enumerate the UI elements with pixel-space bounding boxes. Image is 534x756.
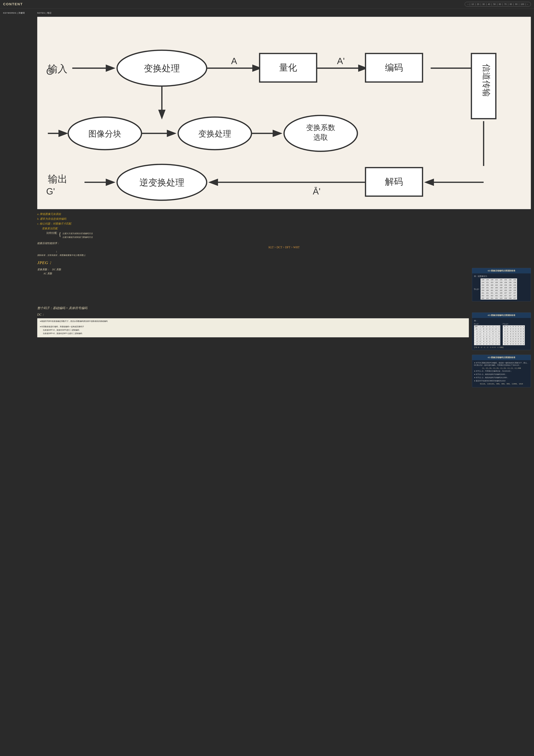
matrix-right: 790-190000 00000000 -20000000 -10000000 … bbox=[503, 325, 525, 345]
matrix-right-group: F'(x,y)= 790-190000 00000000 -20000000 -… bbox=[503, 323, 525, 345]
sidebar: KEYWORDS | 关键词 bbox=[3, 12, 34, 390]
page-100[interactable]: 100 bbox=[521, 3, 524, 5]
table3-line5: ➤ 对于(2,-1)，相应的该码子的编码为11000； bbox=[474, 376, 529, 379]
ranking-title: 能量压缩性能排序： bbox=[37, 242, 531, 245]
desc-bullet1: ➤根据符号B中的差值确定系数尺寸，然后从系数编码类别表中选取相应的基础编码 bbox=[40, 320, 467, 323]
table1: 4.5 图像压缩编码主要国际标准 例：设图像块为 f(x,y)= 1391441… bbox=[472, 268, 531, 301]
desc-cond1: 当差值DIFF>0，直接对DIFF进行二进制编码 bbox=[43, 329, 467, 332]
transform-left: 变换系数： DC 系数 AC 系数 bbox=[37, 268, 469, 304]
total-codeword: 整个码子：基础编码 + 具体符号编码 bbox=[37, 306, 531, 310]
page-10[interactable]: 10 bbox=[471, 3, 474, 5]
desc-box: ➤根据符号B中的差值确定系数尺寸，然后从系数编码类别表中选取相应的基础编码 ➤对… bbox=[37, 318, 469, 338]
page-80[interactable]: 80 bbox=[510, 3, 512, 5]
fxy-label-2: f(x,y)= bbox=[474, 323, 500, 325]
table3-header: 4.5 图像压缩编码主要国际标准 bbox=[472, 355, 531, 360]
ranking-section: 能量压缩性能排序： KLT > DCT > DFT > WHT ↓ 国际标准，没… bbox=[37, 242, 531, 256]
matrix-table-1: 139144149153155155155155 144151153156159… bbox=[480, 278, 517, 300]
notes-label: NOTES | 笔记 bbox=[37, 12, 531, 14]
table1-header: 4.5 图像压缩编码主要国际标准 bbox=[472, 268, 531, 273]
svg-text:变换系数: 变换系数 bbox=[306, 123, 335, 132]
table1-container: 4.5 图像压缩编码主要国际标准 例：设图像块为 f(x,y)= 1391441… bbox=[472, 268, 531, 304]
page-60[interactable]: 60 bbox=[499, 3, 501, 5]
svg-text:G: G bbox=[46, 67, 53, 76]
keywords-label: KEYWORDS | 关键词 bbox=[3, 12, 34, 14]
page-90[interactable]: 90 bbox=[515, 3, 518, 5]
table2-example: 例： bbox=[474, 319, 529, 322]
desc-bullet2: ➤对系数差值进行编码，和基础编码一起构成完整码子 bbox=[40, 325, 467, 328]
table1-example: 例：设图像块为 bbox=[474, 275, 529, 278]
table3-content: ➤ 对于DC系数采用DPCM编码，假设前一编码块的DC系数为77，那么，DC系分… bbox=[472, 360, 531, 387]
page-70[interactable]: 70 bbox=[504, 3, 507, 5]
note-a: a. 降低图像冗余原始 bbox=[37, 212, 531, 216]
transform-section: 变换系数： DC 系数 AC 系数 4.5 图像压缩编码主要国际标准 例：设图像… bbox=[37, 268, 531, 304]
down-arrow: ↓ bbox=[56, 250, 531, 253]
svg-text:编码: 编码 bbox=[385, 63, 403, 72]
notes-area: NOTES | 笔记 输入 G 变换处理 A 量化 bbox=[37, 12, 531, 390]
dc-left: DC： ➤根据符号B中的差值确定系数尺寸，然后从系数编码类别表中选取相应的基础编… bbox=[37, 312, 469, 352]
ranking-note: 国际标准，没有块效应，将图像能量集中在少数系数上 bbox=[37, 254, 531, 256]
table2: 4.5 图像压缩编码主要国际标准 例： f(x,y)= 26011552211 … bbox=[472, 312, 531, 350]
main-layout: KEYWORDS | 关键词 NOTES | 笔记 输入 G 变换处理 A bbox=[0, 9, 534, 393]
header: CONTENT ‹ | 10 | 20 | 30 | 40 | 50 | 60 … bbox=[0, 0, 534, 9]
svg-text:G': G' bbox=[46, 186, 55, 196]
svg-text:输出: 输出 bbox=[48, 174, 67, 184]
brace-item-2: 以最大幅值为准则设门限编码方法 bbox=[63, 236, 93, 239]
table3-line6: ➤ 最后对于结束符EOB码字的编码为1010 bbox=[474, 380, 529, 382]
handwritten-notes: a. 降低图像冗余原始 b. 通常为非信息保持编码 c. 核心问题：对图像尺寸匹… bbox=[37, 212, 531, 239]
svg-text:选取: 选取 bbox=[313, 133, 328, 141]
page-20[interactable]: 20 bbox=[477, 3, 479, 5]
next-page-button[interactable]: › bbox=[527, 3, 528, 5]
ac-label: AC 系数 bbox=[43, 272, 469, 275]
dc-section-row: DC： ➤根据符号B中的差值确定系数尺寸，然后从系数编码类别表中选取相应的基础编… bbox=[37, 312, 531, 352]
jpeg-title: JPEG： bbox=[37, 260, 531, 266]
table3-line4: ➤ 对于(0,-1)，相应的该码子的编码为000； bbox=[474, 373, 529, 375]
table2-content: 例： f(x,y)= 26011552211 -21-1-5-3-3-1-41 … bbox=[472, 318, 531, 350]
table1-content: 例：设图像块为 f(x,y)= 139144149153155155155155… bbox=[472, 273, 531, 301]
table2-matrices: f(x,y)= 26011552211 -21-1-5-3-3-1-41 -1-… bbox=[474, 323, 529, 345]
matrix-left-group: f(x,y)= 26011552211 -21-1-5-3-3-1-41 -1-… bbox=[474, 323, 500, 345]
svg-text:解码: 解码 bbox=[385, 176, 403, 186]
page-30[interactable]: 30 bbox=[482, 3, 485, 5]
svg-text:变换处理: 变换处理 bbox=[144, 63, 180, 73]
table3-wrapper: 4.5 图像压缩编码主要国际标准 ➤ 对于DC系数采用DPCM编码，假设前一编码… bbox=[37, 355, 531, 390]
note-c2: 变换算法匹配 bbox=[42, 227, 531, 230]
brace-group: 比特分配 { 以最大方差为准则分区域编码方法 以最大幅值为准则设门限编码方法 bbox=[46, 231, 531, 239]
svg-text:A': A' bbox=[337, 56, 345, 66]
seq-label: [79 0 -2 -1 -1 -1 0 0 -1 EOB] bbox=[474, 346, 529, 348]
fpxy-label-2: F'(x,y)= bbox=[503, 323, 525, 325]
table3-line1: ➤ 对于DC系数采用DPCM编码，假设前一编码块的DC系数为77，那么，DC系分… bbox=[474, 362, 529, 366]
svg-text:图像分块: 图像分块 bbox=[89, 129, 121, 138]
matrix-label-fxy: f(x,y)= bbox=[474, 288, 479, 290]
page-40[interactable]: 40 bbox=[488, 3, 490, 5]
table3-container: 4.5 图像压缩编码主要国际标准 ➤ 对于DC系数采用DPCM编码，假设前一编码… bbox=[472, 355, 531, 390]
page-50[interactable]: 50 bbox=[493, 3, 496, 5]
transform-label: 变换系数： DC 系数 bbox=[37, 268, 469, 271]
table1-matrix-row: f(x,y)= 139144149153155155155155 1441511… bbox=[474, 278, 529, 300]
brace-item-1: 以最大方差为准则分区域编码方法 bbox=[63, 232, 93, 235]
svg-text:变换处理: 变换处理 bbox=[198, 129, 231, 138]
table3: 4.5 图像压缩编码主要国际标准 ➤ 对于DC系数采用DPCM编码，假设前一编码… bbox=[472, 355, 531, 387]
diagram-container: 输入 G 变换处理 A 量化 A' 编码 bbox=[37, 17, 531, 209]
svg-text:Ā': Ā' bbox=[313, 186, 320, 196]
table2-header: 4.5 图像压缩编码主要国际标准 bbox=[472, 313, 531, 318]
dc-label: DC： bbox=[37, 312, 469, 317]
table3-seq: (1,-2),(0,-1),(0,-1),(0,-1),(2,-1),EOB bbox=[474, 367, 529, 369]
note-b: b. 通常为非信息保持编码 bbox=[37, 217, 531, 221]
svg-text:量化: 量化 bbox=[279, 63, 297, 72]
svg-text:A: A bbox=[231, 56, 237, 66]
prev-page-button[interactable]: ‹ bbox=[468, 3, 469, 5]
matrix-left: 26011552211 -21-1-5-3-3-1-41 -1-10110-10… bbox=[474, 325, 500, 345]
page-title: CONTENT bbox=[3, 2, 23, 6]
table2-container: 4.5 图像压缩编码主要国际标准 例： f(x,y)= 26011552211 … bbox=[472, 312, 531, 352]
svg-text:逆变换处理: 逆变换处理 bbox=[140, 177, 184, 187]
note-c1: c. 核心问题：对图像尺寸匹配 bbox=[37, 222, 531, 226]
table3-line3: ➤ 对于(1,-2)，可而我们已编译过这，为1101101； bbox=[474, 370, 529, 372]
table3-final-codes: 01110, 1101101, 000, 000, 000, 11000, 10… bbox=[474, 383, 529, 385]
desc-cond2: 当差值DIFF<0，直接对(DIFF-1)进行二进制编码 bbox=[43, 332, 467, 335]
pagination-bar[interactable]: ‹ | 10 | 20 | 30 | 40 | 50 | 60 | 70 | 8… bbox=[465, 2, 531, 7]
ranking-formula: KLT > DCT > DFT > WHT bbox=[37, 246, 531, 249]
svg-text:信道传输: 信道传输 bbox=[482, 64, 491, 97]
